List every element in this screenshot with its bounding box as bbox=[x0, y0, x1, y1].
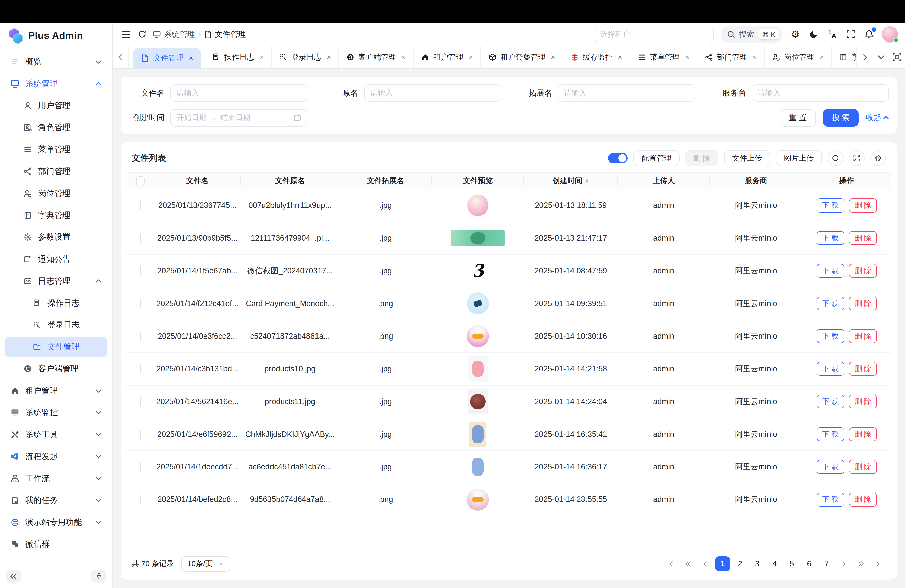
file-preview-thumbnail[interactable] bbox=[467, 325, 489, 347]
tabs-scroll-left-button[interactable] bbox=[113, 46, 129, 68]
tab-close-icon[interactable]: × bbox=[618, 53, 622, 61]
tab-close-icon[interactable]: × bbox=[401, 53, 405, 61]
delete-button[interactable]: 删 除 bbox=[849, 199, 877, 212]
delete-button[interactable]: 删 除 bbox=[849, 362, 877, 376]
page-6-button[interactable]: 6 bbox=[802, 556, 817, 571]
next-page-button[interactable] bbox=[837, 556, 851, 571]
select-all-checkbox[interactable] bbox=[136, 176, 144, 185]
column-header[interactable]: 文件预览 bbox=[432, 173, 524, 189]
sidebar-item-login-log[interactable]: 登录日志 bbox=[5, 315, 107, 335]
row-checkbox[interactable] bbox=[140, 299, 141, 308]
provider-input[interactable]: 请输入 bbox=[752, 84, 889, 102]
page-1-button[interactable]: 1 bbox=[715, 556, 730, 571]
sidebar-item-dept-management[interactable]: 部门管理 bbox=[5, 161, 107, 182]
delete-button[interactable]: 删 除 bbox=[849, 297, 877, 310]
notifications-bell-icon[interactable] bbox=[864, 29, 875, 40]
download-button[interactable]: 下 载 bbox=[816, 427, 845, 441]
row-checkbox[interactable] bbox=[140, 364, 141, 373]
sidebar-item-user-management[interactable]: 用户管理 bbox=[5, 95, 107, 116]
sidebar-item-operation-log[interactable]: 操作日志 bbox=[5, 293, 107, 314]
refresh-icon[interactable] bbox=[137, 29, 147, 40]
tabs-dropdown-button[interactable] bbox=[873, 46, 889, 68]
delete-button[interactable]: 删 除 bbox=[849, 427, 877, 441]
row-checkbox[interactable] bbox=[140, 266, 141, 275]
tab-tenant-management[interactable]: 租户管理× bbox=[414, 46, 481, 68]
sidebar-item-menu-management[interactable]: 菜单管理 bbox=[5, 139, 107, 160]
tab-close-icon[interactable]: × bbox=[551, 53, 555, 61]
breadcrumb-parent[interactable]: 系统管理 bbox=[153, 29, 195, 40]
sidebar-collapse-button[interactable] bbox=[6, 570, 21, 583]
sidebar-item-post-management[interactable]: 岗位管理 bbox=[5, 183, 107, 204]
delete-button[interactable]: 删 除 bbox=[849, 264, 877, 278]
tenant-select[interactable]: 选择租户 bbox=[594, 25, 714, 43]
table-refresh-button[interactable] bbox=[827, 150, 843, 166]
file-preview-thumbnail[interactable] bbox=[468, 356, 488, 381]
row-checkbox[interactable] bbox=[140, 397, 141, 406]
sidebar-item-tenant-management[interactable]: 租户管理 bbox=[5, 380, 107, 401]
tab-close-icon[interactable]: × bbox=[327, 53, 331, 61]
file-upload-button[interactable]: 文件上传 bbox=[724, 150, 770, 166]
tab-close-icon[interactable]: × bbox=[819, 53, 824, 61]
config-management-button[interactable]: 配置管理 bbox=[634, 150, 680, 166]
sidebar-item-client-management[interactable]: 客户端管理 bbox=[5, 358, 107, 379]
sidebar-item-workflow[interactable]: 工作流 bbox=[5, 468, 107, 489]
translate-icon[interactable]: 文A bbox=[827, 29, 838, 40]
menu-toggle-icon[interactable] bbox=[121, 29, 131, 40]
delete-button[interactable]: 删 除 bbox=[849, 329, 877, 343]
tab-dict-management[interactable]: 字典管理× bbox=[832, 46, 856, 68]
download-button[interactable]: 下 载 bbox=[816, 199, 845, 212]
column-header[interactable]: 文件原名 bbox=[241, 173, 339, 189]
download-button[interactable]: 下 载 bbox=[816, 493, 845, 507]
sidebar-item-wechat-group[interactable]: 微信群 bbox=[5, 534, 107, 555]
file-preview-thumbnail[interactable] bbox=[467, 292, 489, 315]
column-header[interactable]: 创建时间▲▼ bbox=[524, 173, 618, 189]
tab-cache-monitor[interactable]: 缓存监控× bbox=[563, 46, 630, 68]
sidebar-item-param-settings[interactable]: 参数设置 bbox=[5, 227, 107, 248]
sidebar-item-role-management[interactable]: 角色管理 bbox=[5, 117, 107, 138]
sidebar-pin-button[interactable] bbox=[91, 570, 106, 583]
tab-client-management[interactable]: 客户端管理× bbox=[339, 46, 414, 68]
page-5-button[interactable]: 5 bbox=[784, 556, 799, 571]
delete-button[interactable]: 删 除 bbox=[849, 460, 877, 474]
tab-operation-log[interactable]: 操作日志× bbox=[205, 46, 272, 68]
download-button[interactable]: 下 载 bbox=[816, 460, 845, 474]
tab-post-management[interactable]: 岗位管理× bbox=[765, 46, 832, 68]
last-page-button[interactable] bbox=[871, 556, 886, 571]
delete-button[interactable]: 删 除 bbox=[849, 493, 877, 507]
row-checkbox[interactable] bbox=[140, 332, 141, 341]
delete-button[interactable]: 删 除 bbox=[849, 231, 877, 245]
row-checkbox[interactable] bbox=[140, 462, 141, 471]
file-preview-thumbnail[interactable] bbox=[468, 454, 488, 480]
sidebar-item-process-start[interactable]: 流程发起 bbox=[5, 446, 107, 467]
file-preview-thumbnail[interactable] bbox=[468, 389, 488, 414]
column-header[interactable]: 上传人 bbox=[618, 173, 710, 189]
page-3-button[interactable]: 3 bbox=[750, 556, 765, 571]
download-button[interactable]: 下 载 bbox=[816, 394, 845, 408]
fullscreen-icon[interactable] bbox=[845, 29, 856, 40]
tab-close-icon[interactable]: × bbox=[259, 53, 264, 61]
row-checkbox[interactable] bbox=[140, 430, 141, 439]
tab-close-icon[interactable]: × bbox=[685, 53, 689, 61]
sidebar-item-file-management[interactable]: 文件管理 bbox=[5, 337, 107, 358]
sidebar-item-my-tasks[interactable]: 我的任务 bbox=[5, 490, 107, 511]
tabs-scroll-right-button[interactable] bbox=[856, 46, 873, 68]
batch-delete-button[interactable]: 删 除 bbox=[685, 150, 718, 166]
dark-mode-moon-icon[interactable] bbox=[808, 29, 819, 40]
tab-file-management[interactable]: 文件管理× bbox=[133, 48, 201, 68]
tab-login-log[interactable]: 登录日志× bbox=[272, 46, 339, 68]
column-header[interactable]: 文件名 bbox=[154, 173, 241, 189]
breadcrumb-current[interactable]: 文件管理 bbox=[204, 29, 246, 40]
sidebar-item-overview[interactable]: 概览 bbox=[5, 51, 107, 72]
download-button[interactable]: 下 载 bbox=[816, 362, 845, 376]
column-header[interactable]: 文件拓展名 bbox=[339, 173, 432, 189]
original-name-input[interactable]: 请输入 bbox=[364, 84, 501, 102]
row-checkbox[interactable] bbox=[140, 234, 141, 243]
sort-icon[interactable]: ▲▼ bbox=[585, 178, 589, 183]
config-toggle[interactable] bbox=[608, 153, 628, 163]
file-preview-thumbnail[interactable] bbox=[467, 195, 489, 216]
row-checkbox[interactable] bbox=[140, 201, 141, 210]
prev-page-button[interactable] bbox=[698, 556, 713, 571]
page-2-button[interactable]: 2 bbox=[732, 556, 748, 571]
page-7-button[interactable]: 7 bbox=[819, 556, 834, 571]
file-preview-thumbnail[interactable] bbox=[469, 421, 487, 447]
